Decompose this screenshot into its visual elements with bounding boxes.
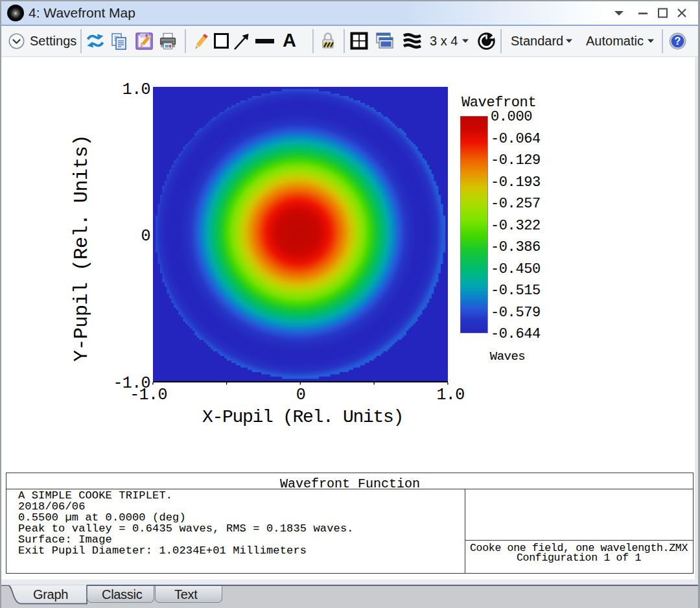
svg-text:?: ?	[675, 36, 681, 47]
